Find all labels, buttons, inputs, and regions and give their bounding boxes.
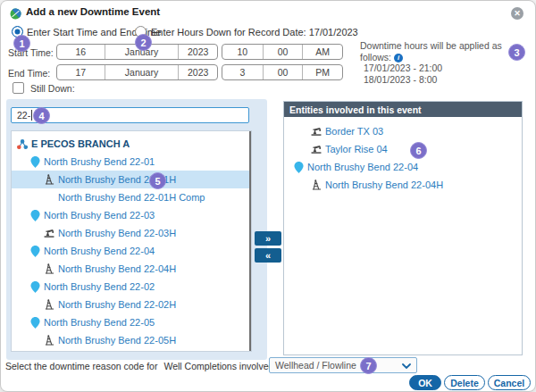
end-hour-field[interactable]: 3 — [222, 65, 263, 79]
info-icon[interactable]: i — [394, 54, 403, 63]
tree-item[interactable]: North Brushy Bend 22-04H — [12, 260, 251, 278]
add-downtime-event-dialog: Add a new Downtime Event ✕ Enter Start T… — [0, 0, 536, 392]
row-label: North Brushy Bend 22-04H — [325, 179, 443, 190]
tree-item[interactable]: North Brushy Bend 22-01H Comp — [12, 188, 251, 206]
row-label: North Brushy Bend 22-03H — [58, 228, 176, 238]
row-label: North Brushy Bend 22-04H — [58, 263, 176, 274]
end-minute-field[interactable]: 00 — [263, 65, 303, 79]
step-badge-4: 4 — [33, 107, 50, 124]
pumpjack-icon — [42, 229, 56, 238]
pumpjack-icon — [309, 145, 323, 154]
start-ampm-field[interactable]: AM — [302, 45, 342, 59]
applied-hours-heading: Downtime hours will be applied as follow… — [360, 40, 502, 63]
add-to-event-button[interactable]: » — [255, 231, 281, 246]
tree-item[interactable]: North Brushy Bend 22-04 — [12, 242, 251, 260]
close-icon[interactable]: ✕ — [511, 7, 523, 20]
row-label: North Brushy Bend 22-04 — [44, 246, 155, 256]
end-clock-group: 3 00 PM — [222, 64, 343, 80]
cancel-button[interactable]: Cancel — [488, 375, 531, 390]
entity-item[interactable]: Taylor Rise 04 — [284, 140, 522, 158]
rig-icon — [42, 335, 56, 346]
row-label: North Brushy Bend 22-01 — [44, 156, 155, 167]
app-logo-icon — [10, 7, 21, 19]
chevron-down-icon — [402, 360, 411, 371]
pumpjack-icon — [309, 127, 323, 136]
entity-tree: E PECOS BRANCH ANorth Brushy Bend 22-01N… — [11, 130, 252, 352]
tree-item[interactable]: North Brushy Bend 22-01H — [12, 171, 251, 188]
end-year-field[interactable]: 2023 — [178, 65, 217, 79]
row-label: North Brushy Bend 22-02H — [58, 299, 176, 310]
network-icon — [15, 139, 29, 149]
pin-icon — [28, 156, 42, 168]
tree-item[interactable]: North Brushy Bend 22-05H — [12, 331, 251, 349]
row-label: North Brushy Bend 22-04 — [307, 162, 418, 172]
row-label: North Brushy Bend 22-03 — [44, 210, 155, 221]
row-label: Border TX 03 — [325, 126, 383, 137]
end-date-group: 17 January 2023 — [56, 64, 218, 80]
step-badge-6: 6 — [410, 142, 427, 159]
pin-icon — [28, 246, 42, 257]
start-minute-field[interactable]: 00 — [263, 45, 303, 59]
still-down-label: Still Down: — [30, 83, 75, 94]
start-hour-field[interactable]: 10 — [222, 45, 263, 59]
end-day-field[interactable]: 17 — [57, 65, 105, 79]
step-badge-7: 7 — [360, 357, 377, 374]
entity-item[interactable]: North Brushy Bend 22-04 — [284, 158, 522, 176]
tree-item[interactable]: North Brushy Bend 22-02 — [12, 278, 251, 296]
applied-hours-line: 18/01/2023 - 8:00 — [360, 74, 535, 86]
row-label: North Brushy Bend 22-05 — [44, 317, 155, 328]
rig-icon — [309, 179, 323, 190]
pin-icon — [28, 317, 42, 329]
remove-from-event-button[interactable]: « — [255, 248, 281, 263]
end-month-field[interactable]: January — [105, 65, 179, 79]
pin-icon — [28, 281, 42, 293]
tree-item[interactable]: North Brushy Bend 22-03H — [12, 224, 251, 242]
still-down-checkbox[interactable] — [13, 82, 24, 94]
tree-scrollbar[interactable] — [249, 131, 251, 351]
rig-icon — [42, 174, 56, 185]
reason-code-value: Wellhead / Flowline — [275, 360, 356, 371]
delete-button[interactable]: Delete — [444, 375, 485, 390]
step-badge-5: 5 — [149, 172, 166, 189]
radio-hours-down-label: Enter Hours Down for Record Date: 17/01/… — [151, 27, 358, 38]
row-label: Taylor Rise 04 — [325, 144, 388, 154]
dialog-title: Add a new Downtime Event — [26, 6, 160, 17]
pin-icon — [291, 162, 306, 173]
entity-item[interactable]: North Brushy Bend 22-04H — [284, 176, 522, 194]
end-ampm-field[interactable]: PM — [302, 65, 342, 79]
pin-icon — [28, 210, 42, 221]
step-badge-1: 1 — [13, 35, 30, 52]
start-clock-group: 10 00 AM — [222, 44, 343, 60]
row-label: North Brushy Bend 22-02 — [44, 281, 155, 292]
step-badge-2: 2 — [135, 34, 152, 51]
entity-item[interactable]: Border TX 03 — [284, 122, 522, 140]
tree-item[interactable]: North Brushy Bend 22-03 — [12, 206, 251, 224]
rig-icon — [42, 299, 56, 310]
entities-involved-header: Entities involved in this event — [284, 102, 522, 117]
start-day-field[interactable]: 16 — [57, 45, 105, 59]
row-label: North Brushy Bend 22-05H — [58, 335, 176, 346]
end-time-label: End Time: — [8, 68, 50, 79]
entities-involved-panel: Entities involved in this event Border T… — [283, 101, 523, 355]
step-badge-3: 3 — [508, 44, 525, 61]
applied-hours-line: 17/01/2023 - 21:00 — [360, 63, 535, 74]
tree-item[interactable]: North Brushy Bend 22-05 — [12, 313, 251, 331]
tree-item[interactable]: North Brushy Bend 22-02H — [12, 296, 251, 313]
ok-button[interactable]: OK — [409, 375, 441, 390]
row-label: E PECOS BRANCH A — [31, 138, 130, 149]
search-value: 22- — [17, 110, 30, 121]
start-year-field[interactable]: 2023 — [178, 45, 217, 59]
reason-code-dropdown[interactable]: Wellhead / Flowline — [269, 357, 417, 373]
row-label: North Brushy Bend 22-01H Comp — [58, 192, 205, 203]
reason-code-label-part1: Select the downtime reason code for — [5, 361, 157, 371]
tree-root-item[interactable]: E PECOS BRANCH A — [12, 135, 251, 153]
rig-icon — [42, 263, 56, 274]
tree-item[interactable]: North Brushy Bend 22-01 — [12, 153, 251, 171]
